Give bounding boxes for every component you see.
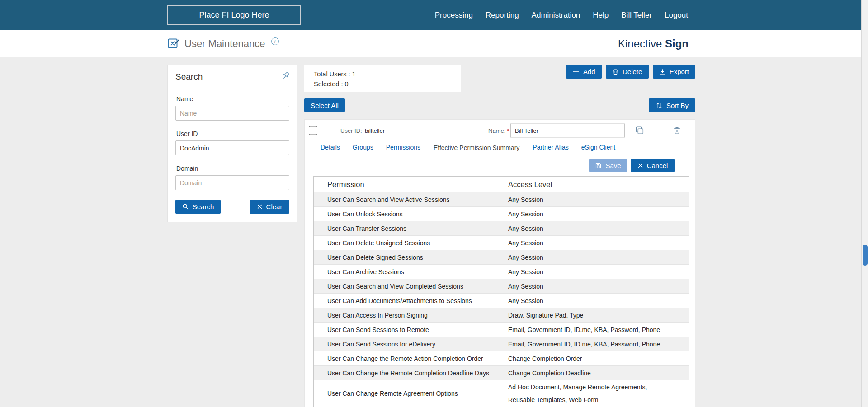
cancel-x-icon bbox=[637, 163, 643, 168]
name-input[interactable] bbox=[175, 106, 289, 121]
sort-by-button[interactable]: Sort By bbox=[649, 98, 695, 112]
user-id-label: User ID: bbox=[340, 127, 362, 134]
tab-effective-permission-summary[interactable]: Effective Permission Summary bbox=[427, 140, 526, 155]
results-column: Total Users : 1 Selected : 0 Add bbox=[304, 65, 695, 407]
topnav-item-administration[interactable]: Administration bbox=[532, 11, 580, 20]
access-level: Any Session bbox=[508, 193, 689, 206]
domain-input[interactable] bbox=[175, 175, 289, 190]
save-button[interactable]: Save bbox=[589, 159, 627, 172]
topnav-item-bill-teller[interactable]: Bill Teller bbox=[621, 11, 652, 20]
permission-row: User Can Change Remote Agreement Options… bbox=[314, 380, 689, 407]
permission-row: User Can Delete Signed SessionsAny Sessi… bbox=[314, 250, 689, 264]
permission-name: User Can Change the Remote Action Comple… bbox=[314, 352, 508, 365]
selected-count-text: Selected : 0 bbox=[314, 79, 461, 89]
tab-groups[interactable]: Groups bbox=[346, 140, 380, 155]
search-fields: NameUser IDDomain bbox=[175, 95, 289, 190]
permission-name: User Can Access In Person Signing bbox=[314, 309, 508, 322]
delete-button-label: Delete bbox=[623, 68, 642, 75]
user-id-value: billteller bbox=[365, 127, 385, 134]
permission-row: User Can Change the Remote Completion De… bbox=[314, 365, 689, 380]
permission-name: User Can Search and View Completed Sessi… bbox=[314, 280, 508, 293]
pin-icon[interactable] bbox=[281, 71, 291, 81]
sort-by-label: Sort By bbox=[666, 102, 689, 109]
column-header-access-level: Access Level bbox=[508, 180, 689, 189]
field-label-user-id: User ID bbox=[176, 130, 289, 137]
permission-name: User Can Add Documents/Attachments to Se… bbox=[314, 295, 508, 307]
tab-permissions[interactable]: Permissions bbox=[380, 140, 427, 155]
search-panel-title: Search bbox=[175, 72, 289, 82]
access-level: Any Session bbox=[508, 280, 689, 293]
permission-row: User Can Search and View Active Sessions… bbox=[314, 192, 689, 206]
select-all-label: Select All bbox=[311, 102, 339, 109]
tab-partner-alias[interactable]: Partner Alias bbox=[526, 140, 575, 155]
save-disk-icon bbox=[595, 162, 602, 169]
clear-button-label: Clear bbox=[266, 203, 283, 211]
delete-button[interactable]: Delete bbox=[606, 65, 649, 79]
save-button-label: Save bbox=[605, 162, 621, 169]
permission-table: PermissionAccess Level User Can Search a… bbox=[313, 176, 689, 407]
permission-row: User Can Send Sessions to RemoteEmail, G… bbox=[314, 322, 689, 337]
access-level: Any Session bbox=[508, 222, 689, 235]
permission-row: User Can Archive SessionsAny Session bbox=[314, 264, 689, 279]
fi-logo-text: Place FI Logo Here bbox=[199, 10, 269, 20]
permission-name: User Can Search and View Active Sessions bbox=[314, 193, 508, 206]
permission-name: User Can Change Remote Agreement Options bbox=[314, 387, 508, 400]
search-button-label: Search bbox=[193, 203, 214, 211]
copy-icon[interactable] bbox=[635, 126, 645, 136]
access-level: Any Session bbox=[508, 208, 689, 220]
search-button[interactable]: Search bbox=[175, 200, 221, 214]
delete-user-icon[interactable] bbox=[673, 126, 681, 135]
access-level: Email, Government ID, ID.me, KBA, Passwo… bbox=[508, 338, 689, 351]
esign-app-icon bbox=[167, 37, 179, 50]
topnav-item-logout[interactable]: Logout bbox=[665, 11, 688, 20]
search-field-user-id: User ID bbox=[175, 130, 289, 155]
user-tabs: DetailsGroupsPermissionsEffective Permis… bbox=[313, 140, 689, 155]
trash-icon bbox=[612, 68, 619, 75]
topnav-item-help[interactable]: Help bbox=[593, 11, 609, 20]
export-button[interactable]: Export bbox=[653, 65, 695, 79]
add-button-label: Add bbox=[583, 68, 595, 75]
permission-row: User Can Send Sessions for eDeliveryEmai… bbox=[314, 337, 689, 351]
search-field-name: Name bbox=[175, 95, 289, 121]
field-label-domain: Domain bbox=[176, 165, 289, 172]
access-level: Any Session bbox=[508, 251, 689, 264]
name-label: Name:* bbox=[488, 127, 509, 134]
plus-icon bbox=[572, 68, 580, 75]
sort-arrows-icon bbox=[656, 102, 663, 109]
access-level: Ad Hoc Document, Manage Remote Agreement… bbox=[508, 381, 689, 406]
access-level: Draw, Signature Pad, Type bbox=[508, 309, 689, 322]
tab-esign-client[interactable]: eSign Client bbox=[575, 140, 622, 155]
access-level: Any Session bbox=[508, 295, 689, 307]
permission-name: User Can Send Sessions for eDelivery bbox=[314, 338, 508, 351]
scrollbar-thumb[interactable] bbox=[863, 245, 868, 266]
permission-name: User Can Transfer Sessions bbox=[314, 222, 508, 235]
select-all-button[interactable]: Select All bbox=[304, 98, 345, 112]
clear-button[interactable]: Clear bbox=[250, 200, 289, 214]
add-button[interactable]: Add bbox=[566, 65, 602, 79]
user-card-header: User ID: billteller Name:* bbox=[305, 122, 695, 140]
permission-table-body: User Can Search and View Active Sessions… bbox=[314, 192, 689, 407]
topnav-links: ProcessingReportingAdministrationHelpBil… bbox=[435, 11, 688, 20]
field-label-name: Name bbox=[176, 95, 289, 103]
topnav-item-processing[interactable]: Processing bbox=[435, 11, 473, 20]
download-icon bbox=[659, 68, 666, 75]
x-icon bbox=[257, 204, 263, 210]
user-id-input[interactable] bbox=[175, 140, 289, 155]
permission-table-header: PermissionAccess Level bbox=[314, 177, 689, 192]
tab-details[interactable]: Details bbox=[314, 140, 346, 155]
summary-card: Total Users : 1 Selected : 0 bbox=[304, 65, 461, 92]
brand-name: Kinective bbox=[618, 37, 662, 50]
permission-name: User Can Send Sessions to Remote bbox=[314, 323, 508, 336]
access-level: Change Completion Order bbox=[508, 352, 689, 365]
main-content: Search NameUser IDDomain Search bbox=[0, 57, 868, 407]
brand-bold: Sign bbox=[665, 37, 689, 50]
vertical-scrollbar[interactable] bbox=[861, 0, 868, 407]
user-select-checkbox[interactable] bbox=[309, 126, 317, 135]
info-icon[interactable]: i bbox=[271, 37, 279, 45]
name-field[interactable] bbox=[510, 123, 625, 138]
cancel-button[interactable]: Cancel bbox=[631, 159, 675, 172]
permission-name: User Can Unlock Sessions bbox=[314, 208, 508, 220]
topnav-item-reporting[interactable]: Reporting bbox=[486, 11, 519, 20]
cancel-button-label: Cancel bbox=[647, 162, 668, 169]
permission-row: User Can Delete Unsigned SessionsAny Ses… bbox=[314, 235, 689, 250]
